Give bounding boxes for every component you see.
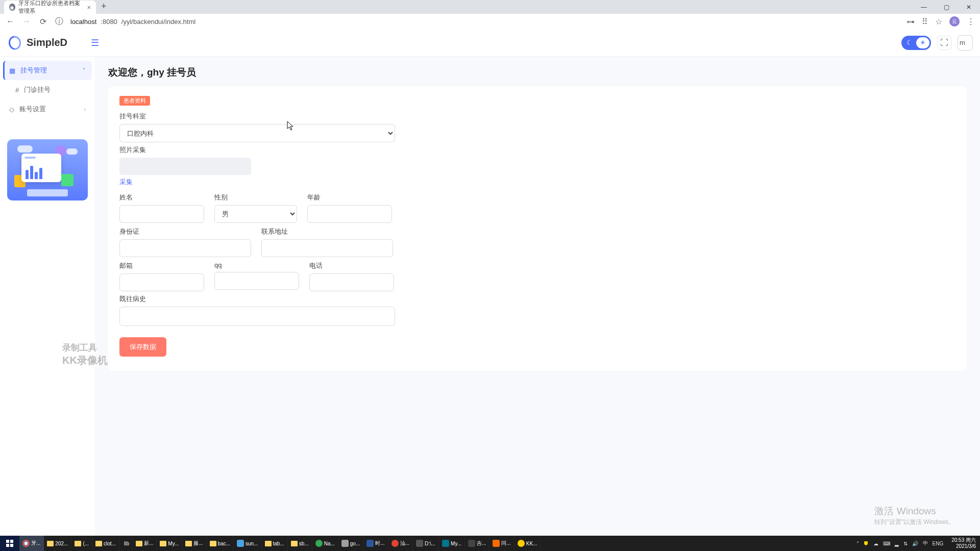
taskbar-item[interactable]: clot...	[92, 536, 119, 551]
fullscreen-button[interactable]: ⛶	[937, 36, 951, 50]
new-tab-button[interactable]: +	[101, 1, 107, 14]
tab-bar: ◉ 牙牙乐口腔诊所患者档案管理系 × +	[0, 0, 980, 14]
department-select[interactable]: 口腔内科	[119, 124, 395, 142]
key-icon[interactable]: ⊶	[906, 17, 915, 27]
name-input[interactable]	[119, 205, 204, 223]
tray-chevron-icon[interactable]: ˄	[856, 541, 859, 546]
browser-tab[interactable]: ◉ 牙牙乐口腔诊所患者档案管理系 ×	[4, 1, 96, 14]
sidebar-item-outpatient[interactable]: # 门诊挂号	[3, 80, 92, 99]
browser-chrome: ◉ 牙牙乐口腔诊所患者档案管理系 × + — ▢ ✕ ← → ⟳ ⓘ local…	[0, 0, 980, 29]
taskbar-item[interactable]: 汕...	[388, 536, 413, 551]
taskbar-item[interactable]: D:\...	[413, 536, 439, 551]
hamburger-icon[interactable]: ☰	[91, 37, 99, 48]
tab-title: 牙牙乐口腔诊所患者档案管理系	[18, 0, 84, 15]
capture-link[interactable]: 采集	[119, 178, 133, 187]
department-label: 挂号科室	[119, 112, 955, 121]
forward-button[interactable]: →	[21, 16, 32, 27]
tray-cloud-icon[interactable]: ☁	[873, 541, 878, 546]
app-header: SimpleD ☰ ☾ ☀ ⛶ m	[0, 29, 980, 57]
age-input[interactable]	[307, 205, 392, 223]
taskbar-item[interactable]: 吉...	[465, 536, 489, 551]
moon-icon[interactable]: ☾	[903, 37, 916, 48]
photo-label: 照片采集	[119, 145, 955, 155]
theme-toggle[interactable]: ☾ ☀	[901, 36, 931, 50]
photo-placeholder	[119, 158, 251, 175]
taskbar-item[interactable]: lib	[119, 536, 133, 551]
taskbar-item[interactable]: My...	[157, 536, 182, 551]
email-input[interactable]	[119, 273, 204, 291]
taskbar-item[interactable]: sb...	[288, 536, 312, 551]
grid-icon: ▦	[9, 67, 15, 74]
taskbar-item[interactable]: go...	[338, 536, 363, 551]
back-button[interactable]: ←	[5, 16, 15, 27]
url-port: :8080	[101, 18, 117, 26]
hash-icon: #	[15, 86, 19, 94]
close-window-button[interactable]: ✕	[958, 0, 980, 14]
taskbar-item[interactable]: 时...	[363, 536, 388, 551]
svg-rect-2	[6, 544, 9, 547]
sun-icon[interactable]: ☀	[916, 37, 929, 48]
close-icon[interactable]: ×	[87, 4, 91, 11]
menu-icon[interactable]: ⋮	[967, 17, 975, 27]
taskbar-item[interactable]: (...	[71, 536, 92, 551]
name-label: 姓名	[119, 193, 204, 202]
history-label: 既往病史	[119, 294, 955, 304]
svg-rect-0	[6, 540, 9, 543]
reload-button[interactable]: ⟳	[38, 16, 48, 27]
maximize-button[interactable]: ▢	[935, 0, 958, 14]
taskbar-item[interactable]: 牙...	[19, 536, 44, 551]
taskbar-item[interactable]: bac...	[207, 536, 234, 551]
tag-icon: ◇	[9, 106, 14, 113]
taskbar-clock[interactable]: 20:53 周六 2021/3/6	[947, 537, 980, 549]
profile-icon[interactable]: 云	[949, 16, 960, 27]
qq-input[interactable]	[214, 272, 299, 290]
brand: SimpleD	[7, 35, 67, 51]
idcard-label: 身份证	[119, 227, 251, 236]
chevron-down-icon: ˅	[83, 67, 86, 74]
start-button[interactable]	[0, 536, 19, 551]
taskbar-item[interactable]: My...	[439, 536, 465, 551]
tray-lang[interactable]: ENG	[933, 541, 944, 546]
phone-input[interactable]	[309, 273, 394, 291]
avatar[interactable]: m	[958, 35, 973, 51]
tray-ime[interactable]: 中	[923, 540, 928, 547]
taskbar-item[interactable]: KK...	[514, 536, 541, 551]
taskbar: 牙... 202... (... clot... lib 新... My... …	[0, 536, 980, 551]
history-input[interactable]	[119, 307, 395, 326]
bookmark-icon[interactable]: ☆	[935, 17, 942, 27]
globe-icon: ◉	[9, 4, 15, 11]
minimize-button[interactable]: —	[913, 0, 935, 14]
taskbar-item[interactable]: sun...	[234, 536, 261, 551]
url-field[interactable]: localhost:8080/yyl/backendui/index.html	[70, 18, 900, 26]
tray-volume-icon[interactable]: 🔊	[912, 541, 918, 546]
sidebar-item-registration-mgmt[interactable]: ▦ 挂号管理 ˅	[3, 61, 92, 80]
system-tray[interactable]: ˄ ⛊ ☁ ⌨ ▂ ⇅ 🔊 中 ENG	[852, 540, 948, 547]
main-content: 欢迎您，ghy 挂号员 患者资料 挂号科室 口腔内科 照片采集 采集 姓名 性别	[95, 57, 980, 536]
taskbar-item[interactable]: 服...	[182, 536, 206, 551]
phone-label: 电话	[309, 261, 394, 270]
tray-wifi-icon[interactable]: ⇅	[903, 541, 908, 546]
tray-shield-icon[interactable]: ⛊	[864, 541, 869, 546]
tray-battery-icon[interactable]: ▂	[895, 541, 899, 546]
url-host: localhost	[70, 18, 96, 26]
idcard-input[interactable]	[119, 239, 251, 257]
sidebar-item-label: 账号设置	[19, 105, 46, 114]
sidebar-item-label: 挂号管理	[20, 66, 47, 75]
age-label: 年龄	[307, 193, 392, 202]
gender-select[interactable]: 男	[214, 205, 297, 223]
address-input[interactable]	[261, 239, 393, 257]
sidebar: ▦ 挂号管理 ˅ # 门诊挂号 ◇ 账号设置 ›	[0, 57, 95, 536]
sidebar-illustration	[7, 139, 88, 201]
app: SimpleD ☰ ☾ ☀ ⛶ m ▦ 挂号管理 ˅ # 门诊挂号 ◇	[0, 29, 980, 536]
address-label: 联系地址	[261, 227, 393, 236]
save-button[interactable]: 保存数据	[119, 337, 166, 357]
taskbar-item[interactable]: 问...	[489, 536, 514, 551]
sidebar-item-account-settings[interactable]: ◇ 账号设置 ›	[3, 99, 92, 119]
info-icon[interactable]: ⓘ	[54, 16, 64, 27]
taskbar-item[interactable]: tab...	[262, 536, 288, 551]
taskbar-item[interactable]: 新...	[133, 536, 157, 551]
taskbar-item[interactable]: 202...	[44, 536, 71, 551]
translate-icon[interactable]: ⠿	[922, 17, 928, 27]
taskbar-item[interactable]: Na...	[312, 536, 338, 551]
tray-keyboard-icon[interactable]: ⌨	[883, 541, 890, 546]
